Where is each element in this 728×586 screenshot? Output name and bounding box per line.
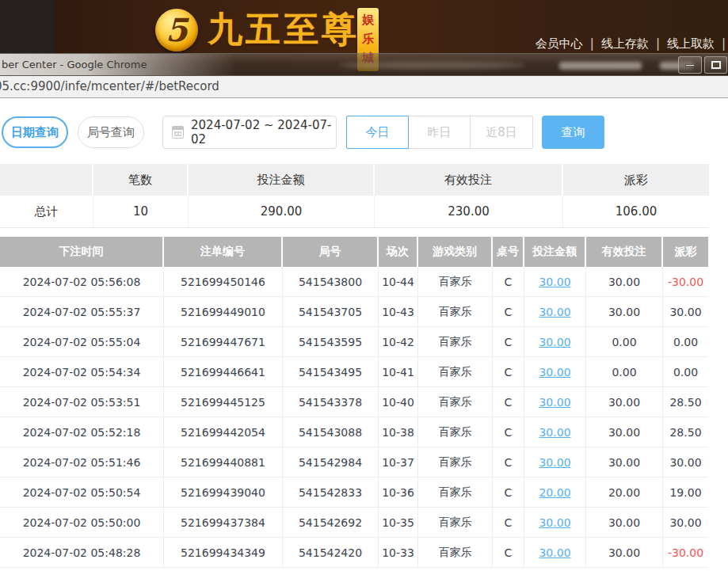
cell-bet-time: 2024-07-02 05:50:54: [0, 478, 164, 507]
cell-bet-time: 2024-07-02 05:52:18: [0, 417, 164, 447]
bet-amount-link[interactable]: 20.00: [539, 486, 570, 499]
address-bar[interactable]: 05.cc:9900/infe/mcenter/#/betRecord: [0, 76, 728, 98]
nav-online-withdraw[interactable]: 线上取款: [667, 36, 715, 51]
cell-bet-time: 2024-07-02 05:51:46: [0, 447, 164, 477]
cell-payout: -30.00: [663, 267, 708, 296]
cell-game-type: 百家乐: [418, 357, 493, 386]
summary-total-label: 总计: [0, 196, 93, 227]
tab-round-query[interactable]: 局号查询: [78, 116, 144, 148]
cell-round-id: 541542692: [283, 508, 379, 537]
bet-amount-link[interactable]: 30.00: [539, 276, 570, 288]
logo-text: 九五至尊: [208, 6, 360, 53]
cell-valid-bet: 0.00: [586, 357, 663, 386]
cell-valid-bet: 30.00: [586, 447, 663, 477]
cell-game-type: 百家乐: [418, 267, 493, 296]
header-session: 场次: [379, 237, 418, 267]
date-range-input[interactable]: 2024-07-02 ~ 2024-07-02: [162, 116, 337, 149]
summary-count: 10: [93, 196, 189, 227]
cell-round-id: 541543378: [283, 387, 379, 417]
cell-valid-bet: 30.00: [586, 508, 663, 537]
cell-payout: 19.00: [663, 478, 708, 507]
cell-round-id: 541543595: [283, 327, 379, 356]
cell-order-id: 521699447671: [164, 327, 283, 356]
nav-online-deposit[interactable]: 线上存款: [601, 36, 649, 51]
cell-valid-bet: 30.00: [586, 267, 663, 296]
header-bet-amount: 投注金额: [524, 237, 586, 267]
cell-valid-bet: 0.00: [586, 327, 663, 356]
cell-bet-amount: 30.00: [524, 387, 586, 417]
summary-header-blank: [0, 164, 93, 196]
bet-amount-link[interactable]: 30.00: [539, 366, 570, 379]
cell-bet-time: 2024-07-02 05:54:34: [0, 357, 164, 386]
nav-member-center[interactable]: 会员中心: [536, 36, 583, 51]
quick-filter-yesterday[interactable]: 昨日: [409, 116, 471, 149]
cell-table-code: C: [493, 297, 524, 326]
cell-bet-amount: 30.00: [524, 267, 586, 296]
header-table-code: 桌号: [493, 237, 524, 267]
nav-separator: |: [722, 36, 726, 51]
summary-valid-bet: 230.00: [375, 196, 563, 227]
cell-game-type: 百家乐: [418, 327, 493, 356]
summary-table: 笔数 投注金额 有效投注 派彩 总计 10 290.00 230.00 106.…: [0, 164, 709, 228]
cell-game-type: 百家乐: [418, 538, 493, 567]
header-round-id: 局号: [283, 237, 379, 267]
maximize-button[interactable]: [704, 56, 727, 74]
cell-round-id: 541543495: [283, 357, 379, 386]
cell-bet-time: 2024-07-02 05:55:37: [0, 297, 164, 326]
quick-filter-last8days[interactable]: 近8日: [471, 116, 533, 149]
cell-round-id: 541543705: [283, 297, 379, 326]
cell-order-id: 521699445125: [164, 387, 283, 417]
cell-session: 10-41: [379, 357, 418, 386]
cell-valid-bet: 20.00: [586, 478, 663, 507]
nav-separator: |: [590, 36, 594, 51]
cell-game-type: 百家乐: [418, 508, 493, 537]
cell-valid-bet: 30.00: [586, 538, 663, 567]
maximize-icon: [711, 61, 721, 69]
cell-round-id: 541543088: [283, 417, 379, 447]
summary-header-row: 笔数 投注金额 有效投注 派彩: [0, 164, 709, 196]
cell-bet-amount: 30.00: [524, 538, 586, 567]
bet-amount-link[interactable]: 30.00: [539, 456, 570, 469]
cell-bet-amount: 30.00: [524, 297, 586, 326]
cell-bet-amount: 30.00: [524, 327, 586, 356]
header-bet-time: 下注时间: [0, 237, 164, 267]
minimize-icon: [685, 64, 695, 67]
cell-table-code: C: [493, 267, 524, 296]
bet-table-header-row: 下注时间 注单编号 局号 场次 游戏类别 桌号 投注金额 有效投注 派彩: [0, 237, 708, 267]
cell-order-id: 521699446641: [164, 357, 283, 386]
blurred-account-info: [559, 62, 642, 70]
cell-table-code: C: [493, 387, 524, 417]
table-row: 2024-07-02 05:54:34 521699446641 5415434…: [0, 357, 708, 387]
minimize-button[interactable]: [678, 56, 702, 74]
cell-order-id: 521699434349: [164, 538, 283, 567]
cell-valid-bet: 30.00: [586, 387, 663, 417]
cell-order-id: 521699437384: [164, 508, 283, 537]
quick-filter-today[interactable]: 今日: [346, 116, 409, 149]
cell-round-id: 541542420: [283, 538, 379, 567]
cell-payout: 0.00: [663, 357, 708, 386]
cell-game-type: 百家乐: [418, 387, 493, 417]
cell-bet-amount: 30.00: [524, 508, 586, 537]
top-nav: 会员中心|线上存款|线上取款|: [536, 36, 728, 51]
cell-session: 10-38: [379, 417, 418, 447]
table-row: 2024-07-02 05:51:46 521699440881 5415429…: [0, 447, 708, 478]
search-button[interactable]: 查询: [542, 116, 604, 149]
bet-amount-link[interactable]: 30.00: [539, 426, 570, 439]
bet-amount-link[interactable]: 30.00: [539, 546, 570, 559]
bet-amount-link[interactable]: 30.00: [539, 336, 570, 348]
bet-amount-link[interactable]: 30.00: [539, 516, 570, 529]
summary-header-valid-bet: 有效投注: [375, 164, 563, 196]
summary-header-count: 笔数: [93, 164, 189, 196]
screen: 5 九五至尊 会员中心|线上存款|线上取款| 娱乐城 ber Center - …: [0, 0, 728, 586]
cell-table-code: C: [493, 508, 524, 537]
cell-game-type: 百家乐: [418, 297, 493, 326]
bet-amount-link[interactable]: 30.00: [539, 396, 570, 409]
summary-header-bet-amount: 投注金额: [189, 164, 375, 196]
tab-date-query[interactable]: 日期查询: [2, 116, 68, 148]
table-row: 2024-07-02 05:48:28 521699434349 5415424…: [0, 538, 708, 568]
cell-bet-time: 2024-07-02 05:48:28: [0, 538, 164, 567]
cell-session: 10-43: [379, 297, 418, 326]
bet-amount-link[interactable]: 30.00: [539, 306, 570, 318]
bet-record-table: 下注时间 注单编号 局号 场次 游戏类别 桌号 投注金额 有效投注 派彩 202…: [0, 237, 708, 568]
black-corner: [0, 0, 54, 53]
